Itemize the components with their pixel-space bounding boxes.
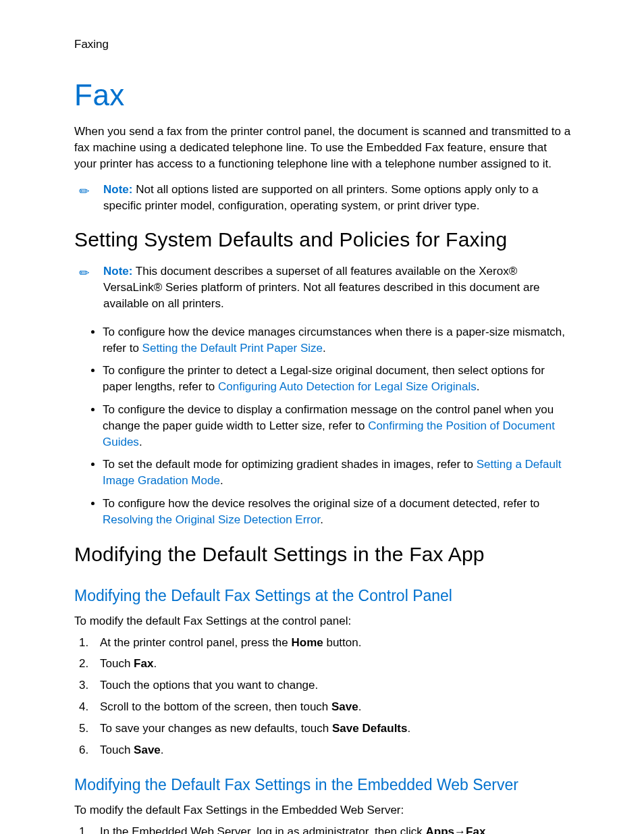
step-bold: Save Defaults <box>332 722 408 735</box>
step-item: Touch Save. <box>92 742 572 758</box>
note-block: ✎ Note: Not all options listed are suppo… <box>74 182 572 214</box>
pencil-icon: ✎ <box>75 264 94 283</box>
step-text: To save your changes as new defaults, to… <box>100 722 332 735</box>
step-bold: Save <box>331 700 358 713</box>
list-item: To set the default mode for optimizing g… <box>103 457 572 489</box>
step-bold: Fax <box>134 657 153 670</box>
bullet-text-pre: To configure how the device resolves the… <box>103 497 539 510</box>
lead-text: To modify the default Fax Settings in th… <box>74 802 572 818</box>
note-label: Note: <box>103 265 132 278</box>
note-label: Note: <box>103 183 132 196</box>
list-item: To configure how the device manages circ… <box>103 324 572 357</box>
note-block: ✎ Note: This document describes a supers… <box>74 263 572 311</box>
subheading-control-panel: Modifying the Default Fax Settings at th… <box>74 585 572 606</box>
step-text: . <box>161 744 164 756</box>
bullet-text-post: . <box>139 436 142 448</box>
list-item: To configure the device to display a con… <box>103 402 572 450</box>
list-item: To configure how the device resolves the… <box>103 496 572 528</box>
step-item: In the Embedded Web Server, log in as ad… <box>92 824 572 834</box>
step-text: . <box>407 722 410 735</box>
step-bold: Apps <box>426 825 455 834</box>
note-text: This document describes a superset of al… <box>103 265 540 310</box>
bullet-list: To configure how the device manages circ… <box>74 324 572 528</box>
bullet-text-pre: To set the default mode for optimizing g… <box>103 458 477 471</box>
step-item: To save your changes as new defaults, to… <box>92 721 572 737</box>
step-item: Scroll to the bottom of the screen, then… <box>92 699 572 715</box>
list-item: To configure the printer to detect a Leg… <box>103 363 572 395</box>
cross-reference-link[interactable]: Configuring Auto Detection for Legal Siz… <box>218 380 477 393</box>
step-text: Scroll to the bottom of the screen, then… <box>100 700 331 713</box>
bullet-text-post: . <box>323 342 326 355</box>
step-bold: Home <box>292 636 323 649</box>
step-bold: Fax <box>466 825 485 834</box>
step-text: Touch <box>100 657 134 670</box>
step-item: Touch the options that you want to chang… <box>92 677 572 694</box>
step-item: At the printer control panel, press the … <box>92 635 572 651</box>
step-item: Touch Fax. <box>92 656 572 672</box>
intro-paragraph: When you send a fax from the printer con… <box>74 124 572 172</box>
heading-modifying-app: Modifying the Default Settings in the Fa… <box>74 540 572 569</box>
cross-reference-link[interactable]: Setting the Default Print Paper Size <box>142 342 323 355</box>
step-text: button. <box>323 636 362 649</box>
bullet-text-post: . <box>477 380 480 393</box>
steps-list: At the printer control panel, press the … <box>74 635 572 758</box>
note-body: Note: This document describes a superset… <box>103 263 572 311</box>
step-text: Touch the options that you want to chang… <box>100 679 318 692</box>
cross-reference-link[interactable]: Resolving the Original Size Detection Er… <box>103 513 320 526</box>
step-text: Touch <box>100 744 134 756</box>
heading-defaults-policies: Setting System Defaults and Policies for… <box>74 226 572 254</box>
step-text: In the Embedded Web Server, log in as ad… <box>100 825 426 834</box>
note-text: Not all options listed are supported on … <box>103 183 538 212</box>
running-header: Faxing <box>74 36 572 53</box>
bullet-text-post: . <box>320 513 323 526</box>
step-text: At the printer control panel, press the <box>100 636 292 649</box>
step-bold: Save <box>134 744 161 756</box>
steps-list: In the Embedded Web Server, log in as ad… <box>74 824 572 834</box>
note-body: Note: Not all options listed are support… <box>103 182 572 214</box>
step-text: . <box>153 657 157 670</box>
step-text: → <box>454 825 466 834</box>
page-title: Fax <box>74 74 572 116</box>
subheading-ews: Modifying the Default Fax Settings in th… <box>74 774 572 796</box>
bullet-text-post: . <box>220 474 223 487</box>
step-text: . <box>485 825 489 834</box>
step-text: . <box>358 700 362 713</box>
lead-text: To modify the default Fax Settings at th… <box>74 613 572 629</box>
pencil-icon: ✎ <box>75 182 94 201</box>
